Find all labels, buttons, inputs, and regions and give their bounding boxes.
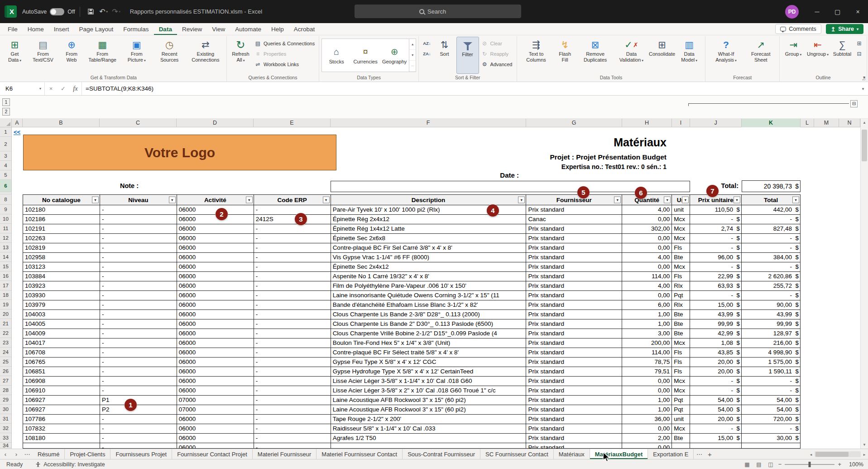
cell-fourn[interactable]: Prix standard: [526, 291, 622, 300]
cell-fourn[interactable]: Prix standard: [526, 262, 622, 272]
horizontal-scroll-track[interactable]: [815, 451, 861, 457]
cell-no[interactable]: 106765: [23, 358, 100, 367]
stocks-button[interactable]: ⌂Stocks: [322, 39, 351, 72]
column-header-n[interactable]: N: [839, 119, 860, 127]
cell-fourn[interactable]: Prix standard: [526, 367, 622, 377]
cell-niveau[interactable]: -: [100, 434, 177, 443]
cell-total[interactable]: -$: [742, 424, 801, 434]
cell-act[interactable]: 06000: [177, 367, 254, 377]
cell-act[interactable]: 06000: [177, 272, 254, 281]
cell-erp[interactable]: -: [254, 319, 331, 329]
cell-fourn[interactable]: Prix standard: [526, 319, 622, 329]
filter-button-fournisseur[interactable]: ▾: [614, 197, 621, 203]
row-header-9[interactable]: 9: [0, 205, 11, 214]
cell-erp[interactable]: -: [254, 329, 331, 338]
cell-qte[interactable]: 2,00: [622, 434, 672, 443]
cell-niveau[interactable]: -: [100, 367, 177, 377]
cell-act[interactable]: 06000: [177, 281, 254, 291]
clear-filter-button[interactable]: ⊘Clear: [480, 39, 514, 48]
cell-un[interactable]: [672, 443, 690, 449]
existing-connections-button[interactable]: ⇄Existing Connections: [187, 37, 224, 74]
cell-fourn[interactable]: Prix standard: [526, 405, 622, 415]
cell-total[interactable]: 442,00$: [742, 205, 801, 215]
cell-fourn[interactable]: Prix standard: [526, 281, 622, 291]
sheet-tab-projet-clients[interactable]: Projet-Clients: [65, 449, 110, 459]
cell-desc[interactable]: Épinette Sec 2x4x12: [331, 262, 527, 272]
horizontal-scrollbar[interactable]: ◂ ▸: [808, 450, 867, 458]
cell-un[interactable]: Mcx: [672, 338, 690, 348]
cell-prix[interactable]: 20,00$: [690, 415, 742, 424]
cell-total[interactable]: 1 575,00$: [742, 358, 801, 367]
cell-total[interactable]: -$: [742, 262, 801, 272]
cell-desc[interactable]: Épinette Rég 2x4x12: [331, 215, 527, 224]
undo-button[interactable]: ↶▾: [97, 5, 110, 19]
sheet-tab-mat-riauxbudget[interactable]: MatériauxBudget: [590, 449, 648, 459]
cell-niveau[interactable]: -: [100, 358, 177, 367]
cell-erp[interactable]: -: [254, 386, 331, 396]
name-box-dropdown[interactable]: ▾: [39, 87, 41, 91]
cell-no[interactable]: 102191: [23, 224, 100, 234]
cell-act[interactable]: 06000: [177, 415, 254, 424]
cell-fourn[interactable]: Prix standard: [526, 272, 622, 281]
cell-prix[interactable]: 54,00$: [690, 396, 742, 405]
cell-desc[interactable]: Laine Acoustique AFB Rockwool 3" x 15" (…: [331, 405, 527, 415]
name-box[interactable]: K6▾: [0, 82, 44, 95]
cell-niveau[interactable]: -: [100, 377, 177, 386]
sheet-tab-r-sum[interactable]: Résumé: [33, 449, 65, 459]
cell-qte[interactable]: 1,00: [622, 396, 672, 405]
cell-desc[interactable]: Gypse Feu Type X 5/8" x 4' x 12' CGC: [331, 358, 527, 367]
filter-button-quantit[interactable]: ▾: [664, 197, 671, 203]
avatar[interactable]: PD: [785, 5, 799, 19]
close-button[interactable]: ×: [848, 0, 868, 23]
filter-button-total[interactable]: ▾: [792, 197, 799, 203]
cell-desc[interactable]: Raidisseur 5/8" x 1-1/4" x 10' Cal .033: [331, 424, 527, 434]
scroll-down-arrow[interactable]: ▼: [861, 441, 868, 449]
cell-desc[interactable]: Pare-Air Tyvek 10' x 100' 1000 pi2 (Rlx): [331, 205, 527, 215]
comments-button[interactable]: Comments: [775, 24, 821, 34]
horizontal-scroll-thumb[interactable]: [815, 452, 849, 457]
cell-no[interactable]: [23, 443, 100, 449]
cell-no[interactable]: 106910: [23, 386, 100, 396]
row-header-16[interactable]: 16: [0, 271, 11, 281]
cell-fourn[interactable]: Prix standard: [526, 424, 622, 434]
sheet-tab-materiel-fournisseur-contact[interactable]: Materiel Fournisseur Contact: [317, 449, 403, 459]
tab-formulas[interactable]: Formulas: [118, 23, 153, 35]
cell-un[interactable]: Bte: [672, 319, 690, 329]
accessibility-status[interactable]: Accessibility: Investigate: [35, 461, 105, 468]
row-header-29[interactable]: 29: [0, 395, 11, 405]
cell-act[interactable]: 06000: [177, 234, 254, 243]
cell-un[interactable]: Rlx: [672, 300, 690, 310]
cell-erp[interactable]: -: [254, 338, 331, 348]
cell-niveau[interactable]: -: [100, 348, 177, 358]
row-header-22[interactable]: 22: [0, 329, 11, 338]
geography-button[interactable]: ⊕Geography: [380, 39, 409, 72]
cell-total[interactable]: 128,97$: [742, 329, 801, 338]
cell-desc[interactable]: Contre-plaqué BC Fir Sélect traité 5/8" …: [331, 348, 527, 358]
row-header-24[interactable]: 24: [0, 348, 11, 357]
cell-niveau[interactable]: -: [100, 205, 177, 215]
row-header-27[interactable]: 27: [0, 376, 11, 386]
autosave-control[interactable]: AutoSave Off: [22, 8, 75, 15]
cell-niveau[interactable]: -: [100, 319, 177, 329]
cell-prix[interactable]: [690, 443, 742, 449]
cell-niveau[interactable]: -: [100, 291, 177, 300]
get-data-button[interactable]: ⊞Get Data▾: [3, 37, 26, 74]
cell-desc[interactable]: Boulon Tire-Fond Hex 5" x 1/4" x 3/8" (U…: [331, 338, 527, 348]
cell-act[interactable]: 06000: [177, 358, 254, 367]
cell-no[interactable]: 103884: [23, 272, 100, 281]
cell-desc[interactable]: Vis Gypse Vrac 1-1/4" #6 FF (8000): [331, 253, 527, 262]
sheet-tab-fournisseurs-projet[interactable]: Fournisseurs Projet: [110, 449, 172, 459]
cell-no[interactable]: 103123: [23, 262, 100, 272]
cell-no[interactable]: 102263: [23, 234, 100, 243]
recent-sources-button[interactable]: ◷Recent Sources: [152, 37, 186, 74]
cell-fourn[interactable]: Prix standard: [526, 386, 622, 396]
cell-desc[interactable]: Clous Charpente Vrillé Bobine 2-1/2" D15…: [331, 329, 527, 338]
cell-act[interactable]: 06000: [177, 224, 254, 234]
cell-act[interactable]: 06000: [177, 329, 254, 338]
search-box[interactable]: [355, 5, 521, 18]
cell-erp[interactable]: -: [254, 443, 331, 449]
sheet-tab-sc-fournisseur-contact[interactable]: SC Fournisseur Contact: [480, 449, 554, 459]
from-web-button[interactable]: ⊕From Web: [60, 37, 83, 74]
column-header-h[interactable]: H: [622, 119, 672, 127]
zoom-in-button[interactable]: +: [838, 461, 841, 468]
